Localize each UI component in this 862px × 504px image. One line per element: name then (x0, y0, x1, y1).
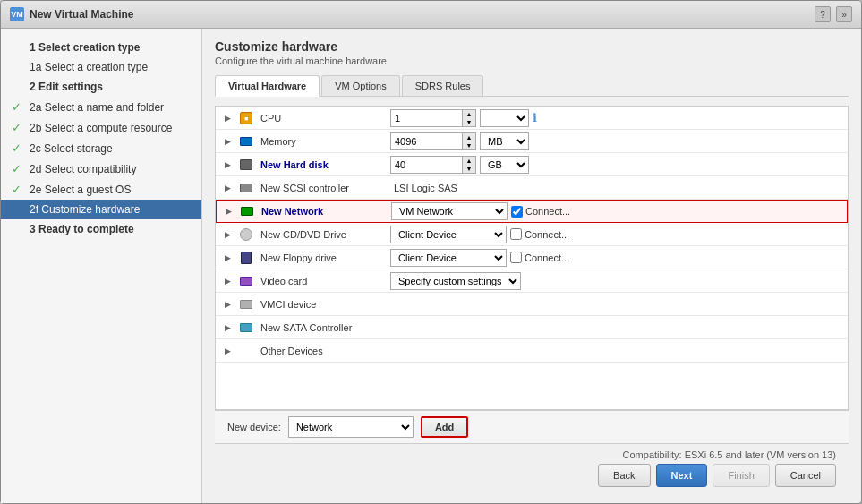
hw-row-cpu: ▶ ■ CPU ▲ ▼ ℹ (216, 107, 848, 130)
spinner-cpu[interactable]: ▲ ▼ (390, 109, 476, 127)
hw-name-new-network: New Network (258, 202, 388, 220)
hw-name-vmci-device: VMCI device (257, 295, 387, 313)
hw-name-new-scsi-controller: New SCSI controller (257, 179, 387, 197)
expand-other-devices[interactable]: ▶ (219, 343, 235, 359)
tab-sdrs-rules[interactable]: SDRS Rules (402, 75, 484, 96)
spinner-down-new-hard-disk[interactable]: ▼ (463, 165, 475, 173)
checkbox-label-new-cd-dvd[interactable]: Connect... (510, 228, 569, 240)
expand-button[interactable]: » (836, 6, 852, 22)
hw-name-new-hard-disk: New Hard disk (257, 156, 387, 174)
expand-vmci-device[interactable]: ▶ (219, 296, 235, 312)
video-icon (240, 277, 252, 286)
sidebar-label-select-a-creation-type: 1a Select a creation type (30, 61, 148, 73)
expand-new-scsi-controller[interactable]: ▶ (219, 180, 235, 196)
sidebar-item-select-guest-os[interactable]: ✓2e Select a guest OS (1, 179, 201, 200)
check-icon-select-compatibility: ✓ (12, 162, 24, 175)
expand-new-sata-controller[interactable]: ▶ (219, 320, 235, 336)
sidebar-item-select-creation-type[interactable]: 1 Select creation type (1, 38, 201, 57)
sidebar-label-select-compute-resource: 2b Select a compute resource (30, 122, 172, 134)
sidebar-item-select-a-creation-type[interactable]: 1a Select a creation type (1, 57, 201, 77)
check-icon-select-name-folder: ✓ (12, 100, 24, 114)
expand-cpu[interactable]: ▶ (219, 110, 235, 126)
checkbox-label-new-network[interactable]: Connect... (511, 206, 570, 218)
check-icon-select-storage: ✓ (12, 141, 24, 155)
new-device-select[interactable]: NetworkCD/DVD DriveHard DiskFloppy Drive… (288, 416, 414, 438)
spinner-up-new-hard-disk[interactable]: ▲ (463, 157, 475, 165)
checkbox-label-new-floppy[interactable]: Connect... (510, 252, 569, 263)
help-button[interactable]: ? (815, 6, 831, 22)
sidebar-item-select-name-folder[interactable]: ✓2a Select a name and folder (1, 97, 201, 117)
spinner-input-memory[interactable] (390, 132, 462, 150)
cancel-button[interactable]: Cancel (775, 464, 836, 487)
expand-new-network[interactable]: ▶ (220, 203, 236, 219)
spinner-input-cpu[interactable] (390, 109, 462, 127)
check-icon-select-guest-os: ✓ (12, 183, 24, 196)
unit-select-cpu[interactable] (480, 109, 529, 127)
hw-name-new-sata-controller: New SATA Controller (257, 319, 387, 337)
sidebar-label-edit-settings: 2 Edit settings (30, 81, 103, 93)
checkbox-new-cd-dvd[interactable] (510, 228, 522, 240)
sidebar-item-select-storage[interactable]: ✓2c Select storage (1, 138, 201, 158)
next-button[interactable]: Next (656, 464, 708, 487)
spinner-down-memory[interactable]: ▼ (463, 141, 475, 149)
spinner-down-cpu[interactable]: ▼ (463, 118, 475, 126)
expand-memory[interactable]: ▶ (219, 133, 235, 149)
icon-video-card (239, 274, 253, 288)
hw-value-video-card: Specify custom settings (387, 270, 848, 292)
sata-icon (240, 323, 252, 332)
finish-button[interactable]: Finish (713, 464, 769, 487)
icon-new-floppy (239, 251, 253, 265)
sidebar-label-select-storage: 2c Select storage (30, 142, 113, 155)
select-new-network[interactable]: VM Network (391, 202, 508, 220)
dialog-content: 1 Select creation type1a Select a creati… (1, 29, 861, 503)
checkbox-new-network[interactable] (511, 206, 523, 218)
info-icon-cpu[interactable]: ℹ (533, 111, 537, 124)
hw-name-new-floppy: New Floppy drive (257, 249, 387, 267)
select-new-cd-dvd[interactable]: Client Device (390, 226, 507, 243)
expand-new-cd-dvd[interactable]: ▶ (219, 226, 235, 243)
expand-new-floppy[interactable]: ▶ (219, 250, 235, 266)
hw-row-new-floppy: ▶ New Floppy drive Client Device Connect… (216, 246, 848, 269)
vmci-icon (240, 300, 252, 309)
add-button[interactable]: Add (421, 416, 468, 438)
unit-select-new-hard-disk[interactable]: GB (480, 156, 529, 174)
sidebar-label-ready-to-complete: 3 Ready to complete (30, 223, 134, 235)
spinner-up-cpu[interactable]: ▲ (463, 110, 475, 118)
spinner-new-hard-disk[interactable]: ▲ ▼ (390, 156, 476, 174)
spinner-up-memory[interactable]: ▲ (463, 133, 475, 141)
sidebar-item-ready-to-complete[interactable]: 3 Ready to complete (1, 219, 201, 239)
back-button[interactable]: Back (598, 464, 650, 487)
tab-vm-options[interactable]: VM Options (321, 75, 399, 96)
icon-memory (239, 134, 253, 149)
hw-value-new-sata-controller (387, 326, 848, 329)
icon-new-scsi-controller (239, 181, 253, 195)
sidebar-label-select-name-folder: 2a Select a name and folder (30, 101, 164, 114)
checkbox-new-floppy[interactable] (510, 252, 522, 263)
mem-icon (240, 137, 252, 146)
sidebar-item-edit-settings[interactable]: 2 Edit settings (1, 77, 201, 97)
sidebar-item-select-compatibility[interactable]: ✓2d Select compatibility (1, 158, 201, 179)
spinner-btns-new-hard-disk: ▲ ▼ (462, 156, 476, 174)
expand-video-card[interactable]: ▶ (219, 273, 235, 289)
hw-name-cpu: CPU (257, 109, 387, 127)
main-panel: Customize hardware Configure the virtual… (202, 29, 861, 503)
footer: Compatibility: ESXi 6.5 and later (VM ve… (215, 443, 849, 492)
select-video-card[interactable]: Specify custom settings (390, 272, 521, 290)
unit-select-memory[interactable]: MB (480, 132, 529, 150)
hw-value-cpu: ▲ ▼ ℹ (387, 107, 848, 129)
spinner-memory[interactable]: ▲ ▼ (390, 132, 476, 150)
spinner-input-new-hard-disk[interactable] (390, 156, 462, 174)
tab-virtual-hardware[interactable]: Virtual Hardware (215, 75, 320, 97)
sidebar-item-customize-hardware[interactable]: 2f Customize hardware (1, 200, 201, 219)
select-new-floppy[interactable]: Client Device (390, 249, 507, 267)
check-icon-select-compute-resource: ✓ (12, 121, 24, 134)
floppy-icon (241, 252, 252, 264)
hw-row-new-sata-controller: ▶ New SATA Controller (216, 316, 848, 339)
expand-new-hard-disk[interactable]: ▶ (219, 157, 235, 173)
hw-name-video-card: Video card (257, 272, 387, 290)
sidebar-item-select-compute-resource[interactable]: ✓2b Select a compute resource (1, 117, 201, 138)
hw-value-memory: ▲ ▼ MB (387, 131, 848, 152)
footer-buttons: Back Next Finish Cancel (598, 464, 836, 487)
cpu-icon: ■ (240, 112, 252, 124)
new-vm-dialog: VM New Virtual Machine ? » 1 Select crea… (0, 0, 862, 504)
